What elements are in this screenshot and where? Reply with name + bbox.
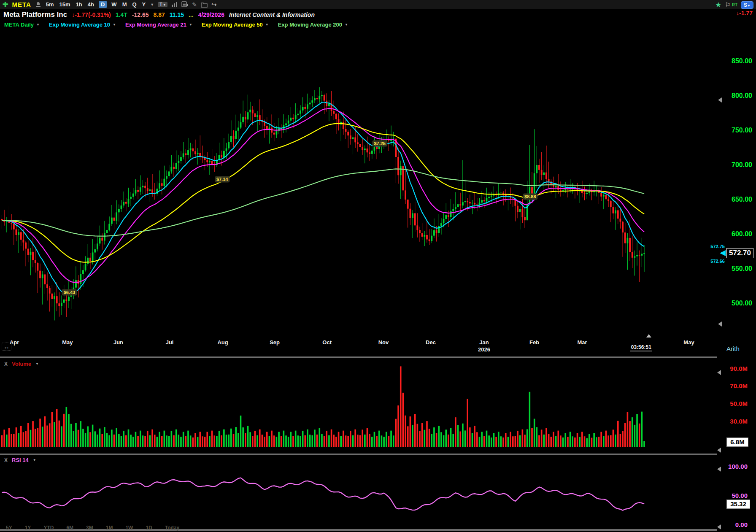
range-preset-1w[interactable]: 1W xyxy=(125,525,133,532)
range-preset-3m[interactable]: 3M xyxy=(86,525,93,532)
scale-type-label[interactable]: Arith xyxy=(726,345,740,352)
price-annotation-label: $6.43 xyxy=(62,289,77,295)
last-price-pointer-icon xyxy=(720,250,726,256)
year-axis-label: 2026 xyxy=(478,346,490,353)
month-axis-label: Feb xyxy=(529,339,539,346)
month-axis-label: Nov xyxy=(378,339,389,346)
range-preset-1d[interactable]: 1D xyxy=(146,525,152,532)
volume-axis-tick: 30.0M xyxy=(720,418,748,425)
range-preset-6m[interactable]: 6M xyxy=(66,525,73,532)
price-axis-tick: 700.00 xyxy=(718,161,752,169)
month-axis-label: Sep xyxy=(270,339,280,346)
volume-range-handle-bottom-icon[interactable] xyxy=(717,448,721,453)
rsi-panel-label[interactable]: RSI 14 xyxy=(12,457,29,463)
price-axis-tick: 600.00 xyxy=(718,230,752,238)
month-axis-label: Jul xyxy=(166,339,174,346)
price-scrollbar[interactable] xyxy=(0,356,717,358)
price-annotation-label: $7.14 xyxy=(215,176,230,183)
price-axis-tick: 800.00 xyxy=(718,92,752,100)
volume-range-handle-top-icon[interactable] xyxy=(717,370,721,375)
month-axis-label: Jun xyxy=(113,339,123,346)
chart-canvas[interactable] xyxy=(0,0,756,532)
rsi-range-handle-top-icon[interactable] xyxy=(717,467,721,472)
last-bar-time-label: 03:56:51 xyxy=(630,344,652,351)
price-axis-tick: 550.00 xyxy=(718,265,752,273)
price-annotation-label: $8.88 xyxy=(523,194,538,200)
rsi-dropdown-icon[interactable]: ▼ xyxy=(33,458,36,462)
price-axis-tick: 850.00 xyxy=(718,57,752,65)
price-range-handle-top-icon[interactable] xyxy=(718,97,722,103)
rsi-axis-tick: 50.00 xyxy=(720,492,748,499)
month-axis-label: Aug xyxy=(217,339,228,346)
volume-close-button[interactable]: X xyxy=(4,361,8,367)
price-annotation-label: $7.25 xyxy=(372,140,387,147)
volume-axis-tick: 50.0M xyxy=(720,400,748,407)
month-axis-label: Mar xyxy=(577,339,587,346)
volume-scrollbar[interactable] xyxy=(0,454,717,455)
price-axis-tick: 500.00 xyxy=(718,300,752,307)
bid-price-label: 572.66 xyxy=(698,259,725,264)
range-preset-1m[interactable]: 1M xyxy=(106,525,113,532)
rsi-panel-header: X RSI 14 ▼ xyxy=(4,457,36,463)
price-range-handle-bottom-icon[interactable] xyxy=(718,321,722,327)
range-preset-1y[interactable]: 1Y xyxy=(25,525,31,532)
rsi-last-value-box: 35.32 xyxy=(726,500,750,509)
price-axis-tick: 650.00 xyxy=(718,196,752,203)
volume-axis-tick: 70.0M xyxy=(720,382,748,389)
volume-panel-label[interactable]: Volume xyxy=(12,361,31,367)
month-axis-label: May xyxy=(683,339,694,346)
range-preset-5y[interactable]: 5Y xyxy=(6,525,12,532)
range-preset-bar: 5Y1YYTD6M3M1M1W1DToday xyxy=(0,525,756,532)
price-axis-tick: 750.00 xyxy=(718,127,752,134)
last-price-box: 572.70 xyxy=(726,248,753,258)
volume-last-value-box: 6.8M xyxy=(726,437,748,447)
month-axis-label: Oct xyxy=(322,339,332,346)
volume-panel-header: X Volume ▼ xyxy=(4,361,39,367)
volume-dropdown-icon[interactable]: ▼ xyxy=(35,362,39,366)
horizontal-scale-handle-icon[interactable]: ↔ xyxy=(2,343,11,351)
month-axis-label: Dec xyxy=(426,339,436,346)
month-axis-label: Jan xyxy=(479,339,489,346)
trading-app-window: ✚ META 5m15m1h4hDWMQY ▼ T ▼ ✎ ↪ ★ ⚐ RT S… xyxy=(0,0,756,532)
rsi-axis-tick: 100.00 xyxy=(720,463,748,470)
month-axis-label: May xyxy=(62,339,73,346)
ask-price-label: 572.75 xyxy=(698,244,725,249)
rsi-close-button[interactable]: X xyxy=(4,457,8,463)
last-bar-marker-icon xyxy=(646,334,651,338)
volume-axis-tick: 90.0M xyxy=(720,365,748,372)
range-preset-today[interactable]: Today xyxy=(165,525,179,532)
range-preset-ytd[interactable]: YTD xyxy=(43,525,54,532)
